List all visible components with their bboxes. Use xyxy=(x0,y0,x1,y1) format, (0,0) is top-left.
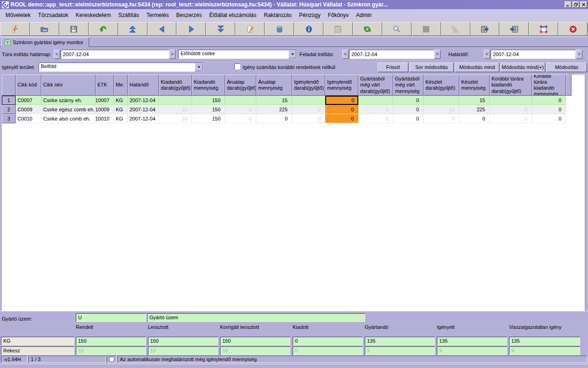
summary-value-field[interactable]: 150 xyxy=(76,337,146,345)
grid-cell[interactable] xyxy=(424,96,459,105)
grid-cell[interactable]: 10007 xyxy=(96,96,114,105)
tura-date-next-button[interactable]: > xyxy=(169,50,175,59)
grid-cell[interactable]: 15 xyxy=(424,105,459,114)
menu-item-szallitas[interactable]: Szállítás xyxy=(114,11,142,20)
grid-cell[interactable]: 0 xyxy=(424,114,459,123)
summary-value-field[interactable]: 10 xyxy=(76,346,146,355)
summary-value-field[interactable]: 9 xyxy=(509,346,580,355)
toolbar-stop-button[interactable] xyxy=(558,22,588,36)
summary-value-field[interactable]: 135 xyxy=(509,337,580,345)
toolbar-flash-button[interactable] xyxy=(0,22,30,36)
column-header-gyartasbol-meg-vart-darab-gyujto[interactable]: Gyártásból még várt darab(gyűjtő) xyxy=(358,75,393,96)
summary-value-field[interactable]: 0 xyxy=(293,346,363,355)
grid-cell[interactable]: C0007 xyxy=(16,96,41,105)
menu-item-admin[interactable]: Admin xyxy=(352,11,375,20)
grid-cell[interactable] xyxy=(490,96,532,105)
summary-value-field[interactable]: 135 xyxy=(365,337,435,345)
grid-cell[interactable]: 15 xyxy=(459,96,490,105)
grid-cell[interactable]: 0 xyxy=(532,114,566,123)
toolbar-prev-record-button[interactable] xyxy=(147,22,177,36)
grid-row[interactable]: 3C0010Csirke alsó comb eh.10010KG2007-12… xyxy=(2,114,585,123)
grid-cell[interactable]: 0 xyxy=(292,114,325,123)
modositas-mind-button[interactable]: Módosítás mind(-) xyxy=(546,63,587,72)
column-header-arualap-darab-gyujto[interactable]: Árualap darab(gyűjtő) xyxy=(225,75,256,96)
modositas-mind-button[interactable]: Módosítás mind xyxy=(455,63,499,72)
grid-row[interactable]: 1C0007Csirke szárny eh.10007KG2007-12-04… xyxy=(2,96,585,105)
column-header-cikk-nev[interactable]: Cikk név xyxy=(41,75,96,96)
feladat-date-input[interactable]: 2007-12-04 xyxy=(349,50,434,59)
gyarto-uzem-name-field[interactable]: Gyártó üzem xyxy=(147,313,365,322)
menu-item-termeles[interactable]: Termelés xyxy=(143,11,173,20)
hatarido-date-prev-button[interactable]: < xyxy=(484,50,490,59)
menu-item-fokonyv[interactable]: Főkönyv xyxy=(324,11,352,20)
toolbar-undo-button[interactable] xyxy=(89,22,118,36)
grid-cell[interactable]: 0 xyxy=(325,96,358,105)
grid-row[interactable]: 2C0009Csirke egész comb eh.10009KG2007-1… xyxy=(2,105,585,114)
grid-cell[interactable]: 10009 xyxy=(96,105,114,114)
grid-cell[interactable]: Csirke egész comb eh. xyxy=(41,105,96,114)
column-header-korabbi-turara-kiadando-darab-gyujto[interactable]: Korábbi túrára kiadandó darab(gyűjtő) xyxy=(490,75,532,96)
toolbar-refresh-button[interactable] xyxy=(353,22,382,36)
grid-cell[interactable]: 150 xyxy=(192,114,225,123)
toolbar-search-button[interactable] xyxy=(382,22,412,36)
grid-cell[interactable]: 2007-12-04 xyxy=(128,114,159,123)
minimize-button[interactable] xyxy=(565,1,571,8)
close-button[interactable] xyxy=(580,1,587,8)
toolbar-fullscreen-button[interactable] xyxy=(529,22,558,36)
toolbar-save-button[interactable] xyxy=(59,22,89,36)
hatarido-date-input[interactable]: 2007-12-04 xyxy=(491,50,576,59)
toolbar-satellite-button[interactable] xyxy=(441,22,470,36)
terulet-dropdown-button[interactable] xyxy=(195,63,203,71)
status-radio-button[interactable] xyxy=(109,356,114,362)
summary-value-field[interactable]: 0 xyxy=(293,337,363,345)
column-header-gyartasbol-meg-vart-mennyiseg[interactable]: Gyártásból még várt mennyiség xyxy=(393,75,424,96)
grid-cell[interactable]: 0 xyxy=(393,114,424,123)
column-header-me[interactable]: Me. xyxy=(114,75,128,96)
grid-cell[interactable]: 0 xyxy=(490,114,532,123)
menu-item-muveletek[interactable]: Műveletek xyxy=(2,11,34,20)
summary-value-field[interactable]: 150 xyxy=(148,337,218,345)
toolbar-database-button[interactable] xyxy=(265,22,294,36)
summary-value-field[interactable]: 9 xyxy=(365,346,435,355)
grid-cell[interactable]: 0 xyxy=(393,96,424,105)
grid-cell[interactable] xyxy=(292,96,325,105)
grid-cell[interactable]: 0 xyxy=(490,105,532,114)
summary-value-field[interactable]: 10 xyxy=(220,346,290,355)
product-combobox[interactable]: Előhűtött csirke xyxy=(178,50,297,59)
grid-cell[interactable]: C0009 xyxy=(16,105,41,114)
row-number-cell[interactable]: 1 xyxy=(2,96,16,105)
grid-cell[interactable]: Csirke alsó comb eh. xyxy=(41,114,96,123)
column-header-hatarido[interactable]: Határidő xyxy=(128,75,159,96)
grid-cell[interactable]: -5 xyxy=(225,114,256,123)
column-header-keszlet-darab-gyujto[interactable]: Készlet darab(gyűjtő) xyxy=(424,75,459,96)
column-header-arualap-mennyiseg[interactable]: Árualap mennyiség xyxy=(256,75,292,96)
gyarto-uzem-code-field[interactable]: U xyxy=(76,313,147,322)
toolbar-info-button[interactable] xyxy=(294,22,323,36)
summary-value-field[interactable]: 9 xyxy=(437,346,507,355)
tura-date-prev-button[interactable]: < xyxy=(54,50,60,59)
toolbar-last-record-button[interactable] xyxy=(206,22,235,36)
grid-cell[interactable]: 0 xyxy=(532,105,566,114)
grid-cell[interactable]: KG xyxy=(114,114,128,123)
sor-modositas-button[interactable]: Sor módosítás xyxy=(409,63,454,72)
menu-item-raktarozas[interactable]: Raktározás xyxy=(260,11,295,20)
grid-cell[interactable]: 9 xyxy=(225,105,256,114)
toolbar-form-button[interactable] xyxy=(323,22,353,36)
grid-cell[interactable]: 0 xyxy=(358,105,393,114)
grid-cell[interactable]: 0 xyxy=(532,96,566,105)
row-number-cell[interactable]: 3 xyxy=(2,114,16,123)
toolbar-export-grid-button[interactable] xyxy=(470,22,500,36)
grid-cell[interactable]: KG xyxy=(114,96,128,105)
grid-cell[interactable]: 0 xyxy=(325,105,358,114)
grid-cell[interactable]: 0 xyxy=(459,114,490,123)
hatarido-date-next-button[interactable]: > xyxy=(576,50,582,59)
toolbar-open-folder-button[interactable] xyxy=(30,22,59,36)
grid-cell[interactable]: 225 xyxy=(459,105,490,114)
grid-cell[interactable]: 0 xyxy=(358,114,393,123)
grid-cell[interactable]: KG xyxy=(114,105,128,114)
feladat-date-prev-button[interactable]: < xyxy=(342,50,349,59)
grid-cell[interactable]: 10010 xyxy=(96,114,114,123)
column-header-etk[interactable]: ETK xyxy=(96,75,114,96)
menu-item-torzsadatok[interactable]: Törzsadatok xyxy=(34,11,72,20)
column-header-korabbi-turara-kiadando-mennyiseg[interactable]: Korábbi túrára kiadandó mennyiség xyxy=(532,75,566,96)
